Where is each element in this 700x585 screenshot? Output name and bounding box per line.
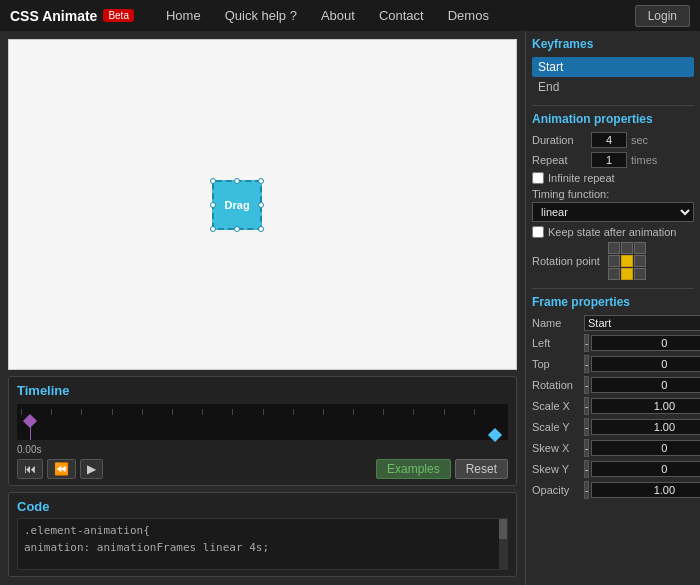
- handle-tl[interactable]: [210, 178, 216, 184]
- rotation-grid: [608, 242, 646, 280]
- back-button[interactable]: ⏪: [47, 459, 76, 479]
- scalex-minus[interactable]: -: [584, 397, 589, 415]
- rot-bm[interactable]: [621, 268, 633, 280]
- tick: [112, 409, 142, 415]
- nav-contact[interactable]: Contact: [367, 0, 436, 31]
- infinite-repeat-label: Infinite repeat: [548, 172, 615, 184]
- skewy-minus[interactable]: -: [584, 460, 589, 478]
- timeline-controls: ⏮ ⏪ ▶ Examples Reset: [17, 459, 508, 479]
- frame-scalex-input[interactable]: [591, 398, 700, 414]
- scrubber-diamond: [23, 414, 37, 428]
- rot-mr[interactable]: [634, 255, 646, 267]
- handle-tm[interactable]: [234, 178, 240, 184]
- rot-tl[interactable]: [608, 242, 620, 254]
- frame-scalex-label: Scale X: [532, 400, 582, 412]
- code-section: Code .element-animation{ animation: anim…: [8, 492, 517, 577]
- rotation-minus[interactable]: -: [584, 376, 589, 394]
- tick: [263, 409, 293, 415]
- brand-title: CSS Animate: [10, 8, 97, 24]
- keyframes-list: Start End: [532, 57, 694, 97]
- brand: CSS Animate Beta: [10, 8, 134, 24]
- rot-bl[interactable]: [608, 268, 620, 280]
- keyframes-title: Keyframes: [532, 37, 694, 53]
- reset-button[interactable]: Reset: [455, 459, 508, 479]
- timeline-title: Timeline: [17, 383, 508, 398]
- handle-bm[interactable]: [234, 226, 240, 232]
- frame-scaley-input[interactable]: [591, 419, 700, 435]
- infinite-repeat-row: Infinite repeat: [532, 172, 694, 184]
- timeline-scrubber[interactable]: [25, 416, 35, 440]
- frame-name-row: Name: [532, 315, 694, 331]
- divider-2: [532, 288, 694, 289]
- rot-br[interactable]: [634, 268, 646, 280]
- repeat-input[interactable]: [591, 152, 627, 168]
- frame-name-input[interactable]: [584, 315, 700, 331]
- frame-opacity-input[interactable]: [591, 482, 700, 498]
- nav-demos[interactable]: Demos: [436, 0, 501, 31]
- keyframe-start[interactable]: Start: [532, 57, 694, 77]
- frame-skewx-row: Skew X - +: [532, 439, 694, 457]
- opacity-minus[interactable]: -: [584, 481, 589, 499]
- tick: [323, 409, 353, 415]
- tick: [353, 409, 383, 415]
- anim-props-title: Animation properties: [532, 112, 694, 128]
- left-minus[interactable]: -: [584, 334, 589, 352]
- login-button[interactable]: Login: [635, 5, 690, 27]
- scaley-minus[interactable]: -: [584, 418, 589, 436]
- tick: [383, 409, 413, 415]
- divider: [532, 105, 694, 106]
- rot-tm[interactable]: [621, 242, 633, 254]
- end-diamond: [488, 428, 502, 442]
- keyframe-end[interactable]: End: [532, 77, 694, 97]
- handle-tr[interactable]: [258, 178, 264, 184]
- frame-scaley-row: Scale Y - +: [532, 418, 694, 436]
- frame-scaley-label: Scale Y: [532, 421, 582, 433]
- handle-ml[interactable]: [210, 202, 216, 208]
- nav-home[interactable]: Home: [154, 0, 213, 31]
- code-title: Code: [17, 499, 508, 514]
- duration-label: Duration: [532, 134, 587, 146]
- animation-canvas: Drag: [8, 39, 517, 370]
- frame-skewx-input[interactable]: [591, 440, 700, 456]
- nav-quickhelp[interactable]: Quick help ?: [213, 0, 309, 31]
- code-area[interactable]: .element-animation{ animation: animation…: [17, 518, 508, 570]
- time-label: 0.00s: [17, 444, 508, 455]
- rot-ml[interactable]: [608, 255, 620, 267]
- rot-tr[interactable]: [634, 242, 646, 254]
- play-button[interactable]: ▶: [80, 459, 103, 479]
- frame-top-input[interactable]: [591, 356, 700, 372]
- timing-select[interactable]: linear ease ease-in ease-out ease-in-out: [532, 202, 694, 222]
- tick: [474, 409, 504, 415]
- repeat-row: Repeat times: [532, 152, 694, 168]
- keep-state-checkbox[interactable]: [532, 226, 544, 238]
- examples-button[interactable]: Examples: [376, 459, 451, 479]
- infinite-repeat-checkbox[interactable]: [532, 172, 544, 184]
- drag-element[interactable]: Drag: [212, 180, 262, 230]
- handle-mr[interactable]: [258, 202, 264, 208]
- duration-input[interactable]: [591, 132, 627, 148]
- top-minus[interactable]: -: [584, 355, 589, 373]
- handle-br[interactable]: [258, 226, 264, 232]
- tick: [202, 409, 232, 415]
- frame-scalex-row: Scale X - +: [532, 397, 694, 415]
- frame-rotation-input[interactable]: [591, 377, 700, 393]
- handle-bl[interactable]: [210, 226, 216, 232]
- frame-left-input[interactable]: [591, 335, 700, 351]
- keep-state-row: Keep state after animation: [532, 226, 694, 238]
- code-line-1: .element-animation{: [24, 523, 501, 540]
- rewind-button[interactable]: ⏮: [17, 459, 43, 479]
- timeline-end-marker[interactable]: [490, 430, 500, 440]
- rot-center[interactable]: [621, 255, 633, 267]
- nav-links: Home Quick help ? About Contact Demos: [154, 0, 635, 31]
- tick: [172, 409, 202, 415]
- code-scrollbar[interactable]: [499, 519, 507, 569]
- frame-skewy-input[interactable]: [591, 461, 700, 477]
- nav-about[interactable]: About: [309, 0, 367, 31]
- repeat-unit: times: [631, 154, 657, 166]
- drag-label: Drag: [225, 199, 250, 211]
- timeline-bar[interactable]: [17, 404, 508, 440]
- frame-skewy-row: Skew Y - +: [532, 460, 694, 478]
- frame-left-label: Left: [532, 337, 582, 349]
- tick: [413, 409, 443, 415]
- skewx-minus[interactable]: -: [584, 439, 589, 457]
